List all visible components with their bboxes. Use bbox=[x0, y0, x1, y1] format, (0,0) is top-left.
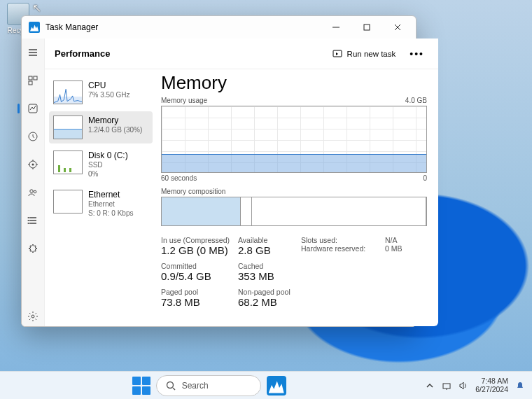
usage-graph-max: 4.0 GB bbox=[405, 97, 427, 104]
svg-point-12 bbox=[34, 190, 36, 193]
memory-thumbnail bbox=[53, 115, 83, 139]
usage-graph-label: Memory usage bbox=[161, 97, 207, 104]
sidebar-item-memory[interactable]: Memory 1.2/4.0 GB (30%) bbox=[49, 111, 153, 144]
notifications-icon[interactable] bbox=[515, 381, 525, 391]
hw-value: 0 MB bbox=[385, 244, 427, 253]
more-options-button[interactable]: ••• bbox=[405, 46, 428, 62]
inuse-value: 1.2 GB (0 MB) bbox=[161, 244, 238, 256]
cursor-icon: ↖ bbox=[32, 1, 41, 15]
window-title: Task Manager bbox=[46, 22, 321, 32]
sidebar-item-ethernet[interactable]: Ethernet Ethernet S: 0 R: 0 Kbps bbox=[49, 186, 153, 222]
inuse-label: In use (Compressed) bbox=[161, 236, 238, 244]
network-icon[interactable] bbox=[442, 381, 451, 391]
svg-rect-6 bbox=[29, 81, 32, 85]
ethernet-title: Ethernet bbox=[88, 190, 133, 200]
disk-sub2: 0% bbox=[88, 170, 128, 179]
slots-label: Slots used: bbox=[301, 236, 385, 244]
committed-value: 0.9/5.4 GB bbox=[161, 270, 238, 282]
maximize-button[interactable] bbox=[351, 17, 382, 38]
detail-pane: Memory Memory usage 4.0 GB 60 seconds 0 … bbox=[157, 69, 438, 326]
svg-point-16 bbox=[31, 315, 34, 318]
cpu-thumbnail bbox=[53, 80, 83, 104]
svg-point-18 bbox=[167, 382, 173, 388]
taskbar: Search 7:48 AM 6/27/2024 bbox=[0, 371, 532, 399]
system-tray: 7:48 AM 6/27/2024 bbox=[418, 377, 532, 393]
svg-point-15 bbox=[28, 223, 29, 224]
details-tab[interactable] bbox=[22, 211, 44, 230]
resource-list: CPU 7% 3.50 GHz Memory 1.2/4.0 GB (30%) bbox=[45, 69, 157, 326]
taskbar-app-taskmanager[interactable] bbox=[267, 376, 286, 396]
settings-button[interactable] bbox=[22, 307, 44, 326]
startup-apps-tab[interactable] bbox=[22, 155, 44, 174]
volume-icon[interactable] bbox=[458, 381, 468, 391]
memory-stats: In use (Compressed) 1.2 GB (0 MB) Availa… bbox=[161, 236, 427, 308]
paged-label: Paged pool bbox=[161, 288, 238, 296]
svg-point-10 bbox=[32, 164, 34, 166]
slots-value: N/A bbox=[385, 236, 427, 244]
svg-rect-1 bbox=[364, 24, 370, 30]
titlebar[interactable]: Task Manager bbox=[22, 16, 416, 38]
committed-label: Committed bbox=[161, 262, 238, 270]
nav-rail bbox=[22, 38, 44, 326]
taskbar-clock[interactable]: 7:48 AM 6/27/2024 bbox=[475, 377, 508, 393]
run-task-label: Run new task bbox=[347, 50, 396, 58]
close-button[interactable] bbox=[382, 17, 413, 38]
svg-point-14 bbox=[28, 220, 29, 221]
svg-rect-5 bbox=[34, 76, 37, 80]
task-manager-window: Task Manager Performance bbox=[21, 15, 416, 327]
page-title: Performance bbox=[55, 48, 326, 59]
performance-tab[interactable] bbox=[22, 99, 44, 118]
memory-composition-graph bbox=[161, 197, 427, 226]
minimize-button[interactable] bbox=[321, 17, 351, 38]
clock-time: 7:48 AM bbox=[481, 377, 508, 386]
clock-date: 6/27/2024 bbox=[475, 386, 508, 394]
hamburger-button[interactable] bbox=[22, 43, 44, 62]
ethernet-thumbnail bbox=[53, 190, 83, 214]
app-history-tab[interactable] bbox=[22, 127, 44, 146]
nonpaged-value: 68.2 MB bbox=[238, 296, 301, 308]
avail-label: Available bbox=[238, 236, 301, 244]
tray-chevron-icon[interactable] bbox=[425, 381, 435, 391]
sidebar-item-disk[interactable]: Disk 0 (C:) SSD 0% bbox=[49, 146, 153, 183]
svg-point-11 bbox=[30, 190, 33, 192]
nonpaged-label: Non-paged pool bbox=[238, 288, 301, 296]
svg-rect-4 bbox=[29, 76, 32, 80]
run-new-task-button[interactable]: Run new task bbox=[326, 46, 402, 62]
x-left: 60 seconds bbox=[161, 174, 197, 182]
memory-title: Memory bbox=[88, 115, 142, 126]
memory-sub: 1.2/4.0 GB (30%) bbox=[88, 126, 142, 135]
svg-point-13 bbox=[28, 217, 29, 218]
app-icon bbox=[29, 22, 40, 33]
cpu-title: CPU bbox=[88, 80, 130, 91]
sidebar-item-cpu[interactable]: CPU 7% 3.50 GHz bbox=[49, 76, 153, 108]
hw-label: Hardware reserved: bbox=[301, 244, 385, 253]
taskbar-search[interactable]: Search bbox=[156, 375, 261, 396]
processes-tab[interactable] bbox=[22, 71, 44, 90]
start-button[interactable] bbox=[132, 377, 150, 395]
memory-usage-graph bbox=[161, 106, 427, 173]
cached-value: 353 MB bbox=[238, 270, 301, 282]
ethernet-sub1: Ethernet bbox=[88, 200, 133, 209]
ethernet-sub2: S: 0 R: 0 Kbps bbox=[88, 209, 133, 218]
run-task-icon bbox=[332, 48, 343, 59]
search-placeholder: Search bbox=[182, 381, 209, 391]
cached-label: Cached bbox=[238, 262, 301, 270]
page-header: Performance Run new task ••• bbox=[45, 38, 438, 69]
search-icon bbox=[165, 380, 176, 391]
svg-line-19 bbox=[173, 388, 175, 390]
x-right: 0 bbox=[423, 174, 427, 182]
cpu-sub: 7% 3.50 GHz bbox=[88, 91, 130, 100]
composition-label: Memory composition bbox=[161, 188, 427, 195]
disk-sub1: SSD bbox=[88, 161, 128, 170]
disk-title: Disk 0 (C:) bbox=[88, 150, 128, 161]
paged-value: 73.8 MB bbox=[161, 296, 238, 308]
users-tab[interactable] bbox=[22, 183, 44, 202]
svg-rect-20 bbox=[443, 384, 450, 388]
disk-thumbnail bbox=[53, 150, 83, 174]
avail-value: 2.8 GB bbox=[238, 244, 301, 256]
detail-heading: Memory bbox=[161, 72, 427, 94]
services-tab[interactable] bbox=[22, 239, 44, 258]
